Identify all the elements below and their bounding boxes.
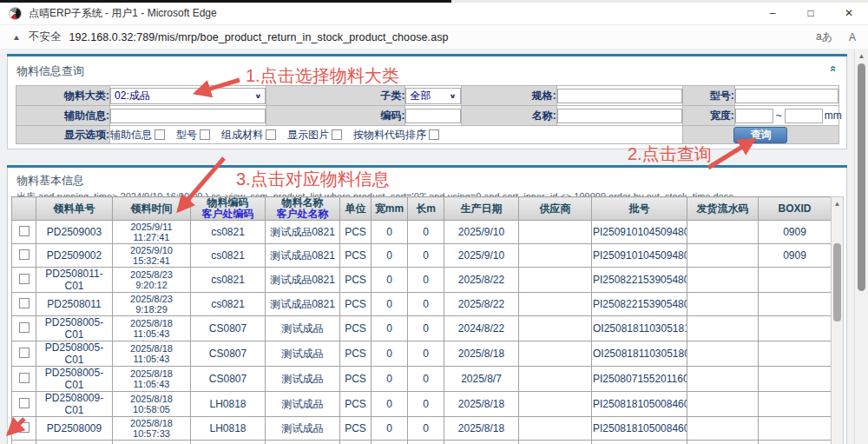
material-table: 领料单号 领料时间 物料编码客户处编码 物料名称客户处名称 单位 宽mm 长m … [11, 196, 832, 444]
cell-length: 0 [408, 293, 444, 316]
cell-supplier [519, 221, 592, 244]
select-column-header [12, 197, 36, 221]
cell-order-time: 2025/8/23 9:18:29 [113, 293, 191, 316]
cell-batch: PI250822153905480 [592, 293, 687, 316]
row-checkbox[interactable] [19, 298, 30, 308]
cell-width: 0 [372, 268, 408, 293]
address-bar[interactable]: ▲ 不安全 192.168.0.32:789/mis/mrp/boe_produ… [0, 24, 868, 50]
cell-ship-serial [687, 417, 759, 441]
scroll-up-icon[interactable]: ▲ [855, 49, 868, 60]
cell-ship-serial [687, 293, 759, 316]
subcategory-select[interactable]: 全部 ∨ [405, 88, 460, 104]
cell-unit: PCS [340, 221, 372, 244]
cell-order-no: PD2508009-C01 [36, 392, 113, 417]
table-row[interactable]: PD2508011-C01 2025/8/23 9:20:12 cs0821 测… [12, 268, 832, 293]
query-form: 物料大类: 02:成品 ∨ 子类: 全部 ∨ 规格: [16, 85, 839, 144]
collapse-panel-icon[interactable]: « [828, 65, 837, 71]
col-supplier: 供应商 [519, 203, 591, 215]
spec-input[interactable] [557, 89, 682, 103]
row-checkbox[interactable] [19, 398, 30, 408]
width-to-input[interactable] [785, 109, 823, 123]
page-scrollbar-thumb[interactable] [858, 63, 865, 291]
url-text[interactable]: 192.168.0.32:789/mis/mrp/boe_product_ret… [69, 31, 799, 43]
app-favicon-icon [9, 7, 22, 20]
table-row[interactable]: PD2508009-C01 2025/8/18 10:58:05 LH0818 … [12, 392, 832, 417]
table-row[interactable]: PD2508005 2025/8/7 CS0807 测试成品 PCS 0 0 2… [12, 441, 832, 444]
maximize-button[interactable]: □ [792, 3, 830, 24]
table-row[interactable]: PD2509003 2025/9/11 11:27:41 cs0821 测试成品… [12, 221, 832, 244]
cell-material-code: cs0821 [191, 293, 266, 316]
option-materials-checkbox[interactable] [266, 129, 276, 140]
cell-unit: PCS [340, 268, 372, 293]
cell-material-name: 测试成品 [266, 341, 340, 367]
cell-material-name: 测试成品 [266, 441, 340, 444]
row-checkbox[interactable] [19, 422, 30, 433]
width-from-input[interactable] [735, 109, 773, 123]
cell-unit: PCS [340, 316, 372, 341]
cell-batch: PI250910104509480 [592, 244, 687, 268]
cell-material-code: cs0821 [191, 268, 266, 293]
scroll-up-icon[interactable]: ▲ [832, 197, 843, 208]
cell-material-name: 测试成品0821 [266, 293, 340, 316]
table-row[interactable]: PD2508005-C01 2025/8/18 11:05:43 CS0807 … [12, 341, 832, 367]
model-input[interactable] [735, 89, 838, 103]
option-sort-by-code-checkbox[interactable] [429, 129, 439, 140]
table-row[interactable]: PD2508005-C01 2025/8/18 11:05:43 CS0807 … [12, 367, 832, 392]
cell-order-time: 2025/8/18 10:57:33 [113, 417, 191, 441]
option-image-checkbox[interactable] [332, 129, 342, 140]
cell-length: 0 [408, 441, 444, 444]
row-checkbox[interactable] [19, 322, 30, 333]
close-button[interactable]: ✕ [830, 3, 868, 24]
cell-order-no: PD2509003 [36, 221, 113, 244]
cell-order-time: 2025/8/18 11:05:43 [113, 341, 191, 367]
cell-width: 0 [372, 293, 408, 316]
table-scrollbar-thumb[interactable] [833, 243, 841, 321]
read-aloud-icon[interactable]: A [849, 31, 856, 43]
cell-order-no: PD2508005-C01 [36, 341, 113, 367]
table-row[interactable]: PD2508011 2025/8/23 9:18:29 cs0821 测试成品0… [12, 293, 832, 316]
cell-boxid [759, 417, 832, 441]
cell-boxid [759, 268, 832, 293]
table-scrollbar[interactable]: ▲ [831, 196, 844, 444]
cell-order-no: PD2508011-C01 [36, 268, 113, 293]
aux-info-label: 辅助信息: [16, 106, 110, 126]
table-row[interactable]: PD2509002 2025/9/10 15:32:41 cs0821 测试成品… [12, 244, 832, 268]
table-row[interactable]: PD2508005-C01 2025/8/18 11:05:43 CS0807 … [12, 316, 832, 341]
cell-ship-serial [687, 221, 759, 244]
option-model-label: 型号 [176, 128, 197, 142]
aux-info-input[interactable] [110, 109, 266, 123]
cell-order-time: 2025/9/11 11:27:41 [113, 221, 191, 244]
col-customer-name: 客户处名称 [266, 209, 339, 220]
subcategory-label: 子类: [266, 86, 405, 106]
query-button[interactable]: 查询 [733, 127, 787, 143]
cell-supplier [519, 417, 592, 441]
page-scrollbar[interactable]: ▲ [854, 49, 868, 444]
row-checkbox[interactable] [19, 249, 30, 260]
material-category-select[interactable]: 02:成品 ∨ [110, 88, 266, 104]
cell-material-code: LH0818 [191, 392, 266, 417]
minimize-button[interactable]: – [753, 3, 792, 24]
col-boxid: BOXID [759, 203, 831, 215]
page-content: 物料信息查询 « 物料大类: 02:成品 ∨ 子类: [0, 49, 868, 444]
cell-unit: PCS [340, 341, 372, 367]
row-checkbox[interactable] [19, 348, 30, 358]
option-model-checkbox[interactable] [200, 129, 210, 140]
chevron-down-icon: ∨ [449, 92, 456, 99]
cell-supplier [519, 441, 592, 444]
row-checkbox[interactable] [19, 373, 30, 383]
table-row[interactable]: PD2508009 2025/8/18 10:57:33 LH0818 测试成品… [12, 417, 832, 441]
name-input[interactable] [557, 109, 682, 123]
row-checkbox[interactable] [19, 226, 30, 236]
option-aux-info-checkbox[interactable] [155, 129, 165, 140]
translate-icon[interactable]: aあ [816, 30, 832, 44]
cell-supplier [519, 392, 592, 417]
cell-order-no: PD2508009 [36, 417, 113, 441]
cell-boxid: 0909 [759, 244, 832, 268]
cell-order-time: 2025/8/18 11:05:43 [113, 367, 191, 392]
cell-material-name: 测试成品 [266, 316, 340, 341]
cell-length: 0 [408, 268, 444, 293]
result-panel-title: 物料基本信息 [8, 168, 846, 190]
row-checkbox[interactable] [19, 274, 30, 284]
cell-material-code: CS0807 [191, 441, 266, 444]
code-input[interactable] [405, 109, 460, 123]
